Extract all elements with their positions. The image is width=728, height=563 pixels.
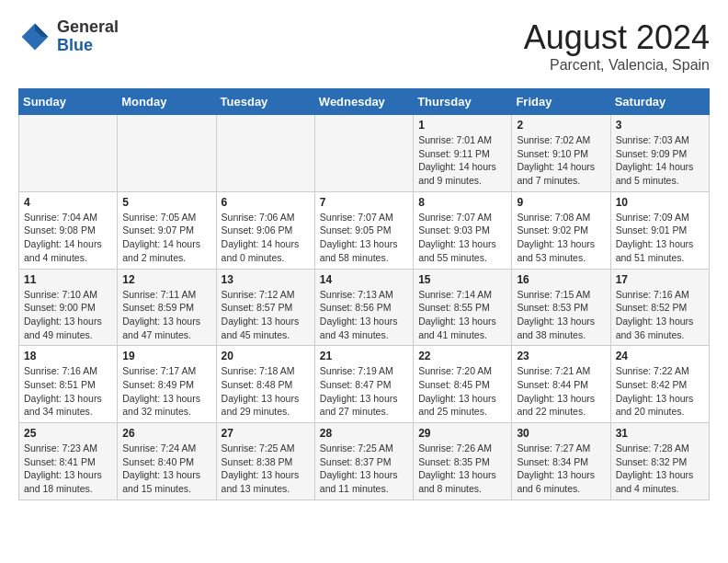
day-number: 2 <box>517 119 605 132</box>
day-number: 14 <box>320 273 408 286</box>
logo-blue: Blue <box>57 37 119 55</box>
calendar-cell: 9Sunrise: 7:08 AM Sunset: 9:02 PM Daylig… <box>512 191 610 269</box>
day-number: 31 <box>616 427 704 440</box>
day-header-monday: Monday <box>118 89 216 115</box>
day-number: 15 <box>418 273 506 286</box>
day-number: 24 <box>616 350 704 362</box>
subtitle: Parcent, Valencia, Spain <box>524 57 710 74</box>
day-detail: Sunrise: 7:07 AM Sunset: 9:03 PM Dayligh… <box>418 212 496 263</box>
day-detail: Sunrise: 7:12 AM Sunset: 8:57 PM Dayligh… <box>222 289 300 340</box>
calendar-cell: 26Sunrise: 7:24 AM Sunset: 8:40 PM Dayli… <box>118 423 216 500</box>
day-detail: Sunrise: 7:17 AM Sunset: 8:49 PM Dayligh… <box>122 365 200 417</box>
day-header-sunday: Sunday <box>19 89 118 115</box>
day-detail: Sunrise: 7:11 AM Sunset: 8:59 PM Dayligh… <box>122 289 200 340</box>
calendar-cell: 15Sunrise: 7:14 AM Sunset: 8:55 PM Dayli… <box>414 269 512 346</box>
calendar-cell <box>118 115 216 192</box>
day-number: 8 <box>418 196 506 209</box>
day-number: 7 <box>320 196 408 209</box>
calendar-cell: 24Sunrise: 7:22 AM Sunset: 8:42 PM Dayli… <box>610 346 709 423</box>
day-header-saturday: Saturday <box>610 89 709 115</box>
day-number: 13 <box>222 273 310 286</box>
calendar-cell: 22Sunrise: 7:20 AM Sunset: 8:45 PM Dayli… <box>414 346 512 423</box>
week-row-2: 4Sunrise: 7:04 AM Sunset: 9:08 PM Daylig… <box>19 191 710 269</box>
calendar-cell: 1Sunrise: 7:01 AM Sunset: 9:11 PM Daylig… <box>414 115 512 192</box>
calendar-cell: 20Sunrise: 7:18 AM Sunset: 8:48 PM Dayli… <box>216 346 314 423</box>
calendar-cell: 6Sunrise: 7:06 AM Sunset: 9:06 PM Daylig… <box>216 191 314 269</box>
day-number: 30 <box>517 427 605 440</box>
calendar-cell: 18Sunrise: 7:16 AM Sunset: 8:51 PM Dayli… <box>19 346 118 423</box>
day-detail: Sunrise: 7:10 AM Sunset: 9:00 PM Dayligh… <box>24 289 102 340</box>
day-number: 4 <box>24 196 112 209</box>
day-header-thursday: Thursday <box>414 89 512 115</box>
calendar-cell: 29Sunrise: 7:26 AM Sunset: 8:35 PM Dayli… <box>414 423 512 500</box>
day-detail: Sunrise: 7:25 AM Sunset: 8:38 PM Dayligh… <box>222 442 300 494</box>
day-detail: Sunrise: 7:19 AM Sunset: 8:47 PM Dayligh… <box>320 365 398 417</box>
calendar-cell: 27Sunrise: 7:25 AM Sunset: 8:38 PM Dayli… <box>216 423 314 500</box>
day-number: 23 <box>517 350 605 362</box>
day-detail: Sunrise: 7:14 AM Sunset: 8:55 PM Dayligh… <box>418 289 496 340</box>
day-header-wednesday: Wednesday <box>314 89 413 115</box>
week-row-4: 18Sunrise: 7:16 AM Sunset: 8:51 PM Dayli… <box>19 346 710 423</box>
day-detail: Sunrise: 7:16 AM Sunset: 8:51 PM Dayligh… <box>24 365 102 417</box>
day-number: 11 <box>24 273 112 286</box>
day-number: 25 <box>24 427 112 440</box>
calendar-cell: 3Sunrise: 7:03 AM Sunset: 9:09 PM Daylig… <box>610 115 709 192</box>
calendar-cell: 17Sunrise: 7:16 AM Sunset: 8:52 PM Dayli… <box>610 269 709 346</box>
calendar-cell: 11Sunrise: 7:10 AM Sunset: 9:00 PM Dayli… <box>19 269 118 346</box>
day-detail: Sunrise: 7:02 AM Sunset: 9:10 PM Dayligh… <box>517 134 595 186</box>
page-header: General Blue August 2024 Parcent, Valenc… <box>18 18 710 74</box>
day-number: 1 <box>418 119 506 132</box>
calendar-cell: 5Sunrise: 7:05 AM Sunset: 9:07 PM Daylig… <box>118 191 216 269</box>
day-detail: Sunrise: 7:07 AM Sunset: 9:05 PM Dayligh… <box>320 212 398 263</box>
calendar-cell: 7Sunrise: 7:07 AM Sunset: 9:05 PM Daylig… <box>314 191 413 269</box>
calendar-cell: 31Sunrise: 7:28 AM Sunset: 8:32 PM Dayli… <box>610 423 709 500</box>
day-detail: Sunrise: 7:15 AM Sunset: 8:53 PM Dayligh… <box>517 289 595 340</box>
calendar-cell: 21Sunrise: 7:19 AM Sunset: 8:47 PM Dayli… <box>314 346 413 423</box>
day-detail: Sunrise: 7:09 AM Sunset: 9:01 PM Dayligh… <box>616 212 694 263</box>
day-detail: Sunrise: 7:20 AM Sunset: 8:45 PM Dayligh… <box>418 365 496 417</box>
main-title: August 2024 <box>524 18 710 57</box>
calendar-cell: 30Sunrise: 7:27 AM Sunset: 8:34 PM Dayli… <box>512 423 610 500</box>
day-number: 6 <box>222 196 310 209</box>
day-number: 10 <box>616 196 704 209</box>
calendar-cell <box>216 115 314 192</box>
day-number: 16 <box>517 273 605 286</box>
day-number: 9 <box>517 196 605 209</box>
logo-icon <box>18 20 51 53</box>
day-detail: Sunrise: 7:01 AM Sunset: 9:11 PM Dayligh… <box>418 134 496 186</box>
day-detail: Sunrise: 7:13 AM Sunset: 8:56 PM Dayligh… <box>320 289 398 340</box>
day-detail: Sunrise: 7:21 AM Sunset: 8:44 PM Dayligh… <box>517 365 595 417</box>
calendar-cell: 28Sunrise: 7:25 AM Sunset: 8:37 PM Dayli… <box>314 423 413 500</box>
day-detail: Sunrise: 7:22 AM Sunset: 8:42 PM Dayligh… <box>616 365 694 417</box>
day-detail: Sunrise: 7:28 AM Sunset: 8:32 PM Dayligh… <box>616 442 694 494</box>
day-detail: Sunrise: 7:18 AM Sunset: 8:48 PM Dayligh… <box>222 365 300 417</box>
day-number: 27 <box>222 427 310 440</box>
day-number: 22 <box>418 350 506 362</box>
day-number: 3 <box>616 119 704 132</box>
calendar-cell: 2Sunrise: 7:02 AM Sunset: 9:10 PM Daylig… <box>512 115 610 192</box>
calendar-cell: 14Sunrise: 7:13 AM Sunset: 8:56 PM Dayli… <box>314 269 413 346</box>
calendar-cell: 16Sunrise: 7:15 AM Sunset: 8:53 PM Dayli… <box>512 269 610 346</box>
day-detail: Sunrise: 7:25 AM Sunset: 8:37 PM Dayligh… <box>320 442 398 494</box>
title-block: August 2024 Parcent, Valencia, Spain <box>524 18 710 74</box>
day-number: 18 <box>24 350 112 362</box>
day-number: 19 <box>122 350 210 362</box>
week-row-5: 25Sunrise: 7:23 AM Sunset: 8:41 PM Dayli… <box>19 423 710 500</box>
day-number: 21 <box>320 350 408 362</box>
day-number: 29 <box>418 427 506 440</box>
calendar-cell: 19Sunrise: 7:17 AM Sunset: 8:49 PM Dayli… <box>118 346 216 423</box>
calendar-cell <box>314 115 413 192</box>
day-detail: Sunrise: 7:05 AM Sunset: 9:07 PM Dayligh… <box>122 212 200 263</box>
logo-general: General <box>57 18 119 37</box>
calendar-cell: 23Sunrise: 7:21 AM Sunset: 8:44 PM Dayli… <box>512 346 610 423</box>
calendar-table: SundayMondayTuesdayWednesdayThursdayFrid… <box>18 88 710 500</box>
calendar-cell: 8Sunrise: 7:07 AM Sunset: 9:03 PM Daylig… <box>414 191 512 269</box>
day-detail: Sunrise: 7:03 AM Sunset: 9:09 PM Dayligh… <box>616 134 694 186</box>
day-detail: Sunrise: 7:16 AM Sunset: 8:52 PM Dayligh… <box>616 289 694 340</box>
calendar-cell <box>19 115 118 192</box>
day-detail: Sunrise: 7:04 AM Sunset: 9:08 PM Dayligh… <box>24 212 102 263</box>
calendar-cell: 4Sunrise: 7:04 AM Sunset: 9:08 PM Daylig… <box>19 191 118 269</box>
day-header-friday: Friday <box>512 89 610 115</box>
day-detail: Sunrise: 7:24 AM Sunset: 8:40 PM Dayligh… <box>122 442 200 494</box>
day-detail: Sunrise: 7:23 AM Sunset: 8:41 PM Dayligh… <box>24 442 102 494</box>
